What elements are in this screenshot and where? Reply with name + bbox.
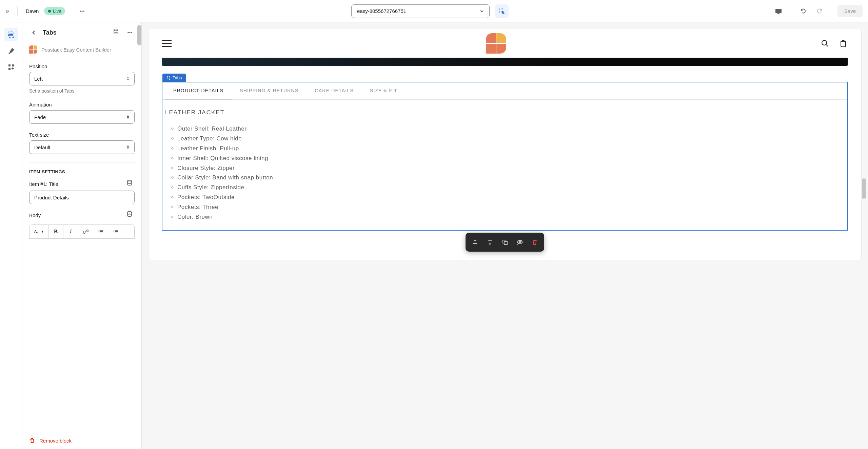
paintbrush-icon (7, 47, 15, 55)
tab-product-details[interactable]: PRODUCT DETAILS (165, 82, 232, 99)
store-logo[interactable] (486, 33, 506, 54)
tab-size-fit[interactable]: SIZE & FIT (362, 82, 406, 99)
svg-point-11 (114, 29, 118, 31)
link-icon (83, 229, 88, 234)
cart-icon[interactable] (839, 39, 848, 48)
list-item: Outer Shell: Real Leather (177, 124, 845, 134)
delete-button[interactable] (528, 235, 541, 249)
redo-button[interactable] (813, 4, 826, 18)
animation-label: Animation (29, 102, 135, 108)
viewport-desktop-button[interactable] (772, 4, 785, 18)
svg-rect-21 (100, 231, 103, 232)
preview-canvas: Tabs PRODUCT DETAILS SHIPPING & RETURNS … (149, 29, 861, 260)
svg-point-18 (98, 231, 99, 232)
trash-icon (29, 437, 35, 444)
tab-care-details[interactable]: CARE DETAILS (307, 82, 362, 99)
svg-rect-9 (12, 64, 14, 66)
svg-point-15 (127, 180, 132, 182)
rte-italic-button[interactable]: I (63, 225, 78, 238)
item1-dynamic-source-button[interactable] (126, 180, 135, 188)
list-item: Pockets: TwoOutside (177, 193, 845, 202)
topbar: Dawn Live easy-8055672766751 Save (0, 0, 868, 22)
app-logo-icon (29, 45, 37, 54)
sidebar-more-button[interactable] (125, 28, 135, 37)
item1-title-input[interactable] (29, 191, 135, 204)
rail-app-embeds[interactable] (4, 60, 18, 74)
list-item: Color: Brown (177, 212, 845, 222)
duplicate-button[interactable] (498, 235, 512, 249)
select-caret-icon: ▲▼ (126, 76, 130, 81)
undo-button[interactable] (796, 4, 810, 18)
chevron-left-icon (32, 30, 36, 35)
svg-point-13 (129, 32, 131, 33)
svg-rect-22 (100, 233, 103, 233)
dots-icon (127, 30, 133, 36)
chevron-down-icon (480, 9, 484, 13)
rte-bullet-list-button[interactable] (93, 225, 108, 238)
block-float-toolbar (466, 233, 544, 252)
svg-point-0 (80, 11, 81, 12)
rte-toolbar: Aa ▼ B I (29, 224, 135, 239)
position-select[interactable]: Left ▲▼ (29, 72, 135, 85)
svg-point-2 (83, 11, 84, 12)
svg-rect-5 (777, 13, 780, 14)
text-size-label: Text size (29, 132, 135, 138)
number-list-icon (113, 229, 118, 234)
app-row[interactable]: Posstack Easy Content Builder (22, 43, 141, 59)
item-settings-heading: ITEM SETTINGS (22, 167, 141, 177)
search-icon[interactable] (821, 39, 829, 48)
remove-block-button[interactable]: Remove block (22, 432, 141, 449)
svg-rect-27 (114, 231, 114, 232)
text-size-select[interactable]: Default ▲▼ (29, 140, 135, 154)
database-icon (126, 211, 133, 217)
item1-title-label: Item #1: Title (29, 181, 58, 187)
svg-rect-25 (115, 233, 118, 233)
svg-rect-26 (114, 230, 114, 231)
theme-more-button[interactable] (76, 5, 88, 17)
expand-icon (166, 76, 171, 80)
inspector-icon (498, 8, 505, 15)
inspector-toggle[interactable] (495, 4, 509, 18)
move-down-button[interactable] (483, 235, 497, 249)
hide-button[interactable] (513, 235, 527, 249)
sidebar-scrollbar[interactable] (137, 25, 141, 45)
database-icon (126, 180, 133, 186)
block-label: Tabs (162, 74, 186, 82)
animation-select[interactable]: Fade ▲▼ (29, 110, 135, 124)
body-dynamic-source-button[interactable] (126, 211, 135, 219)
rail-sections[interactable] (4, 28, 18, 41)
rte-paragraph-button[interactable]: Aa ▼ (29, 225, 48, 238)
svg-rect-20 (100, 230, 103, 231)
svg-point-19 (98, 233, 99, 234)
undo-icon (800, 8, 807, 15)
redo-icon (816, 8, 823, 15)
rte-bold-button[interactable]: B (48, 225, 63, 238)
svg-rect-28 (114, 233, 114, 233)
position-label: Position (29, 63, 135, 69)
svg-rect-31 (504, 241, 507, 245)
back-button[interactable] (29, 28, 39, 37)
store-header (149, 29, 861, 58)
tab-content: LEATHER JACKET Outer Shell: Real Leather… (162, 100, 847, 230)
svg-rect-23 (115, 230, 118, 231)
tabs-block[interactable]: Tabs PRODUCT DETAILS SHIPPING & RETURNS … (162, 82, 848, 231)
list-item: Collar Style: Band with snap button (177, 173, 845, 183)
tab-shipping-returns[interactable]: SHIPPING & RETURNS (232, 82, 307, 99)
svg-point-17 (98, 230, 99, 231)
svg-rect-4 (775, 9, 782, 13)
page-selector[interactable]: easy-8055672766751 (351, 4, 490, 18)
svg-rect-8 (8, 64, 11, 66)
tab-nav: PRODUCT DETAILS SHIPPING & RETURNS CARE … (162, 82, 847, 100)
svg-point-1 (81, 11, 83, 12)
save-button[interactable]: Save (837, 5, 863, 17)
svg-point-12 (127, 32, 129, 33)
move-up-button[interactable] (468, 235, 482, 249)
list-item: Pockets: Three (177, 202, 845, 212)
rail-theme-settings[interactable] (4, 44, 18, 58)
exit-editor-button[interactable] (5, 5, 18, 17)
rte-link-button[interactable] (78, 225, 93, 238)
rte-number-list-button[interactable] (108, 225, 123, 238)
dynamic-source-button[interactable] (113, 28, 121, 37)
canvas-scrollbar[interactable] (862, 178, 866, 199)
menu-button[interactable] (162, 40, 172, 47)
